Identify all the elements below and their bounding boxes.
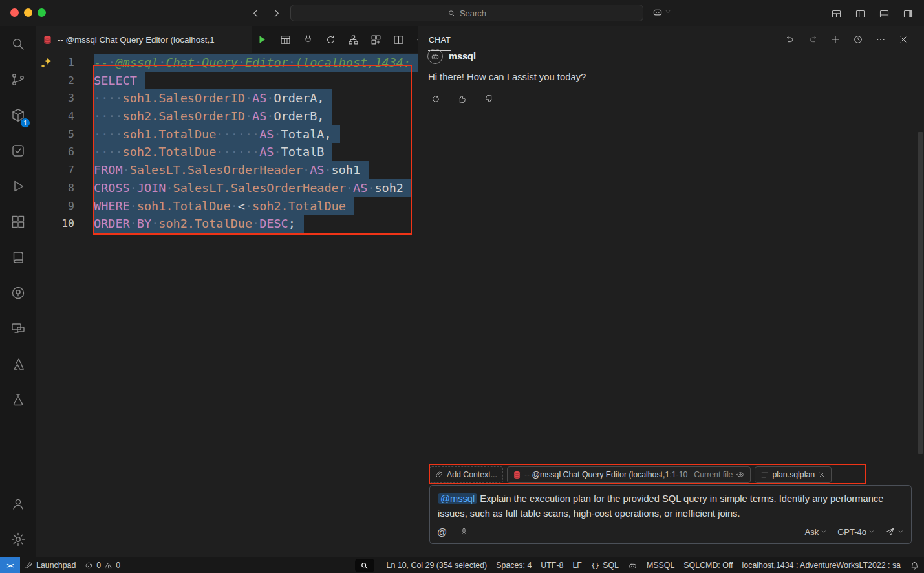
mssql-database-icon — [43, 35, 52, 45]
vscode-window: Search 1 — [0, 0, 924, 573]
eye-icon[interactable] — [736, 470, 745, 479]
context-chips-row: Add Context... -- @mssql Chat Query Edit… — [429, 466, 832, 483]
code-line[interactable]: 5····soh1.TotalDue······AS·TotalA, — [36, 125, 418, 144]
problems-indicator[interactable]: 0 0 — [80, 557, 125, 573]
editor-tab[interactable]: -- @mssql Chat Query Editor (localhost,1 — [36, 26, 252, 53]
sqlcmd-status[interactable]: SQLCMD: Off — [679, 557, 737, 573]
wrench-icon — [25, 561, 33, 570]
context-chip-current-file[interactable]: -- @mssql Chat Query Editor (localhost,1… — [507, 466, 751, 483]
navigate-back-icon[interactable] — [248, 5, 263, 21]
language-mode[interactable]: {} SQL — [586, 557, 623, 573]
sidebar-item-source-control[interactable] — [0, 61, 36, 97]
context-chip-plan-file[interactable]: plan.sqlplan — [755, 466, 832, 483]
code-editor[interactable]: 1--·@mssql·Chat·Query·Editor·(localhost,… — [36, 53, 418, 557]
flask-icon — [10, 392, 26, 407]
schema-designer-icon[interactable] — [345, 32, 361, 47]
code-line[interactable]: 3····soh1.SalesOrderID·AS·OrderA, — [36, 89, 418, 107]
paperclip-icon — [435, 471, 444, 479]
gear-icon — [10, 532, 26, 547]
toggle-panel-icon[interactable] — [876, 6, 892, 21]
zoom-window-button[interactable] — [38, 8, 46, 17]
close-window-button[interactable] — [10, 8, 19, 17]
editor-pane: -- @mssql Chat Query Editor (localhost,1 — [36, 26, 418, 557]
tab-chat[interactable]: CHAT — [428, 28, 451, 51]
search-icon — [447, 9, 456, 17]
activity-bar: 1 — [0, 26, 36, 557]
code-lines: 1--·@mssql·Chat·Query·Editor·(localhost,… — [36, 54, 418, 233]
new-chat-icon[interactable] — [828, 32, 843, 47]
connection-status[interactable]: localhost,1434 : AdventureWorksLT2022 : … — [738, 557, 905, 573]
copilot-menu[interactable] — [652, 6, 671, 17]
sidebar-item-extensions[interactable] — [0, 204, 36, 239]
zoom-indicator[interactable] — [355, 559, 374, 572]
copilot-status[interactable] — [623, 557, 642, 573]
estimated-plan-icon[interactable] — [323, 32, 338, 47]
sidebar-item-testing[interactable] — [0, 133, 36, 168]
mention-chip[interactable]: @mssql — [438, 493, 477, 504]
sidebar-item-sql-tools[interactable] — [0, 382, 36, 417]
remote-indicator[interactable]: >< — [0, 557, 20, 573]
eol-indicator[interactable]: LF — [568, 557, 586, 573]
navigate-forward-icon[interactable] — [268, 5, 284, 21]
connection-plug-icon[interactable] — [300, 32, 316, 47]
code-line[interactable]: 9WHERE·soh1.TotalDue·<·soh2.TotalDue — [36, 197, 418, 215]
more-actions-icon[interactable] — [873, 32, 888, 47]
sidebar-item-search[interactable] — [0, 26, 36, 61]
model-dropdown[interactable]: GPT-4o — [837, 527, 875, 537]
mode-dropdown[interactable]: Ask — [805, 527, 828, 537]
results-grid-icon[interactable] — [277, 32, 293, 47]
code-line[interactable]: 10ORDER·BY·soh2.TotalDue·DESC; — [36, 215, 418, 233]
customize-layout-icon[interactable] — [828, 6, 844, 21]
encoding-indicator[interactable]: UTF-8 — [536, 557, 568, 573]
mssql-status[interactable]: MSSQL — [642, 557, 679, 573]
context-file-range: :1-10 — [669, 470, 687, 479]
code-line[interactable]: 7FROM·SalesLT.SalesOrderHeader·AS·soh1 — [36, 161, 418, 179]
indentation-indicator[interactable]: Spaces: 4 — [491, 557, 536, 573]
toggle-secondary-sidebar-icon[interactable] — [900, 6, 916, 21]
copilot-sparkle-icon[interactable] — [40, 56, 53, 69]
account-icon — [10, 496, 26, 512]
close-icon[interactable] — [896, 32, 911, 47]
code-line[interactable]: 1--·@mssql·Chat·Query·Editor·(localhost,… — [36, 54, 418, 72]
split-editor-icon[interactable] — [391, 32, 406, 47]
code-line[interactable]: 8CROSS·JOIN·SalesLT.SalesOrderHeader·AS·… — [36, 179, 418, 197]
context-file-badge: Current file — [694, 470, 733, 479]
code-line[interactable]: 6····soh2.TotalDue······AS·TotalB — [36, 143, 418, 161]
braces-icon: {} — [591, 561, 599, 570]
cursor-position[interactable]: Ln 10, Col 29 (354 selected) — [382, 557, 492, 573]
sidebar-item-github[interactable] — [0, 275, 36, 310]
chat-message-actions — [428, 91, 497, 107]
mic-icon[interactable] — [456, 524, 471, 539]
sidebar-item-notebooks[interactable] — [0, 239, 36, 275]
sidebar-item-settings[interactable] — [0, 521, 36, 557]
sidebar-item-accounts[interactable] — [0, 486, 36, 521]
remove-chip-icon[interactable] — [818, 471, 826, 479]
scrollbar-thumb[interactable] — [918, 132, 923, 454]
thumbs-up-icon[interactable] — [455, 91, 470, 107]
undo-icon[interactable] — [782, 32, 798, 47]
sidebar-item-database-projects[interactable]: 1 — [0, 97, 36, 133]
chat-input[interactable]: @mssql Explain the execution plan for th… — [429, 485, 912, 544]
sidebar-item-run-and-debug[interactable] — [0, 168, 36, 204]
notifications-bell-icon[interactable] — [905, 557, 924, 573]
search-input[interactable]: Search — [290, 5, 643, 21]
toggle-primary-sidebar-icon[interactable] — [852, 6, 868, 21]
run-query-button[interactable] — [255, 32, 270, 47]
code-line[interactable]: 2SELECT — [36, 72, 418, 90]
rerun-icon[interactable] — [428, 91, 444, 107]
code-line[interactable]: 4····soh2.SalesOrderID·AS·OrderB, — [36, 107, 418, 125]
history-icon[interactable] — [850, 32, 866, 47]
errors-icon — [85, 561, 93, 570]
send-button[interactable] — [885, 526, 904, 537]
mention-icon[interactable]: @ — [437, 526, 447, 537]
minimize-window-button[interactable] — [24, 8, 32, 17]
chat-input-text[interactable]: @mssql Explain the execution plan for th… — [438, 492, 903, 521]
launchpad-button[interactable]: Launchpad — [20, 557, 80, 573]
add-context-button[interactable]: Add Context... — [429, 466, 503, 483]
redo-icon[interactable] — [805, 32, 821, 47]
sidebar-item-remote-explorer[interactable] — [0, 310, 36, 346]
sidebar-item-azure[interactable] — [0, 346, 36, 382]
query-plan-icon[interactable] — [368, 32, 383, 47]
thumbs-down-icon[interactable] — [481, 91, 497, 107]
send-icon — [885, 526, 896, 537]
